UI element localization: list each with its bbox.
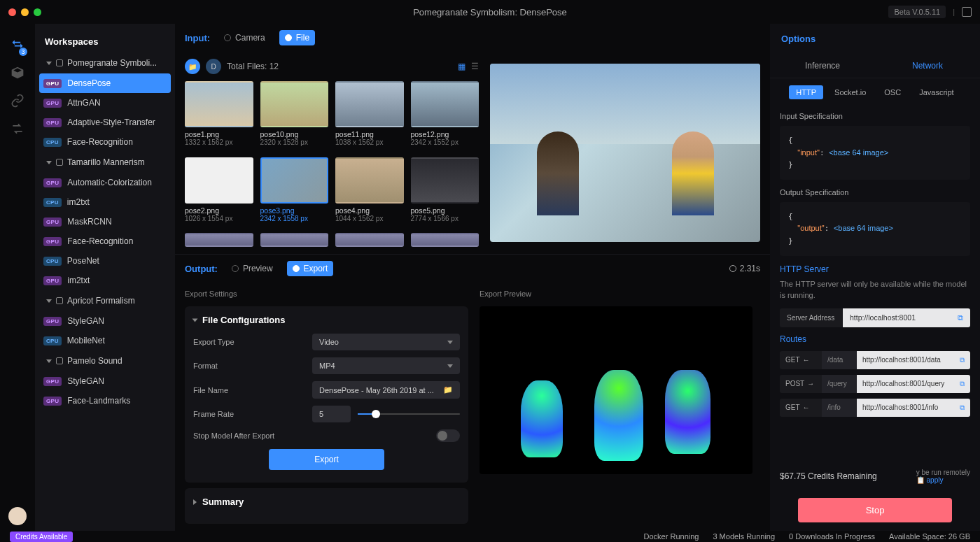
input-camera-option[interactable]: Camera bbox=[218, 30, 271, 45]
file-thumb[interactable]: pose4.png1044 x 1562 px bbox=[335, 157, 404, 227]
close-button[interactable] bbox=[8, 8, 16, 16]
grid-view-icon[interactable]: ▦ bbox=[458, 62, 465, 71]
apply-link[interactable]: 📋 apply bbox=[916, 476, 970, 484]
input-label: Input: bbox=[185, 33, 210, 43]
version-badge: Beta V.0.5.11 bbox=[888, 6, 946, 18]
model-item[interactable]: GPUFace-Recognition bbox=[39, 231, 171, 251]
export-button[interactable]: Export bbox=[269, 449, 384, 470]
routes-title: Routes bbox=[780, 334, 970, 344]
model-item[interactable]: GPUAttnGAN bbox=[39, 93, 171, 113]
preview-image bbox=[490, 64, 760, 242]
maximize-button[interactable] bbox=[34, 8, 41, 16]
sidebar: Workspaces Pomegranate Symboli...GPUDens… bbox=[35, 24, 175, 531]
file-thumb[interactable] bbox=[185, 233, 253, 254]
cube-icon[interactable] bbox=[10, 66, 24, 78]
framerate-slider[interactable] bbox=[358, 413, 460, 415]
status-bar: Credits Available Docker Running3 Models… bbox=[0, 531, 980, 542]
format-select[interactable]: MP4 bbox=[312, 357, 460, 374]
summary-header[interactable]: Summary bbox=[193, 497, 460, 507]
remote-note: y be run remotely bbox=[916, 469, 970, 476]
stop-after-toggle[interactable] bbox=[436, 429, 460, 442]
file-thumb[interactable]: pose5.png2774 x 1566 px bbox=[411, 157, 479, 227]
file-thumb[interactable]: pose11.png1038 x 1562 px bbox=[335, 81, 404, 150]
file-thumb[interactable] bbox=[411, 233, 479, 254]
export-preview-title: Export Preview bbox=[479, 290, 760, 298]
subtab-socket[interactable]: Socket.io bbox=[827, 85, 873, 99]
output-label: Output: bbox=[185, 264, 218, 274]
output-spec-code: { "output": <base 64 image>} bbox=[780, 202, 970, 256]
file-thumb[interactable]: pose2.png1026 x 1554 px bbox=[185, 157, 253, 227]
folder-button[interactable]: 📁 bbox=[185, 59, 200, 74]
export-type-select[interactable]: Video bbox=[312, 334, 460, 350]
model-item[interactable]: GPUStyleGAN bbox=[39, 311, 171, 331]
credits-remaining: $67.75 Credits Remaining bbox=[780, 471, 877, 481]
framerate-input[interactable]: 5 bbox=[312, 406, 351, 422]
model-item[interactable]: CPUMobileNet bbox=[39, 331, 171, 350]
server-address-value[interactable]: http://localhost:8001⧉ bbox=[843, 308, 970, 327]
output-spec-title: Output Specification bbox=[780, 188, 970, 197]
file-thumb[interactable] bbox=[335, 233, 404, 254]
input-file-option[interactable]: File bbox=[279, 30, 315, 45]
model-item[interactable]: GPUStyleGAN bbox=[39, 371, 171, 391]
model-item[interactable]: GPUAdaptive-Style-Transfer bbox=[39, 113, 171, 132]
server-address-label: Server Address bbox=[780, 308, 843, 327]
workspace-header[interactable]: Pamelo Sound bbox=[39, 350, 171, 371]
output-export-option[interactable]: Export bbox=[287, 261, 334, 276]
file-thumb[interactable] bbox=[260, 233, 329, 254]
file-thumb[interactable]: pose1.png1332 x 1562 px bbox=[185, 81, 253, 150]
workspace-header[interactable]: Tamarillo Mannerism bbox=[39, 152, 171, 173]
icon-rail: 3 bbox=[0, 24, 35, 531]
credits-badge[interactable]: Credits Available bbox=[10, 532, 73, 542]
file-config-header[interactable]: File Configurations bbox=[193, 315, 460, 325]
workspace-header[interactable]: Apricot Formalism bbox=[39, 290, 171, 311]
export-settings-title: Export Settings bbox=[185, 290, 468, 298]
model-item[interactable]: GPUim2txt bbox=[39, 271, 171, 290]
model-item[interactable]: CPUPoseNet bbox=[39, 251, 171, 271]
link-icon[interactable] bbox=[10, 94, 24, 106]
options-header: Options bbox=[770, 24, 980, 54]
window-title: Pomegranate Symbolism: DensePose bbox=[413, 7, 567, 17]
file-thumb[interactable]: pose3.png2342 x 1558 px bbox=[260, 157, 329, 227]
model-item[interactable]: GPUAutomatic-Colorization bbox=[39, 173, 171, 192]
model-item[interactable]: GPUFace-Landmarks bbox=[39, 391, 171, 411]
route-row: POST →/queryhttp://localhost:8001/query⧉ bbox=[780, 375, 970, 393]
filename-input[interactable]: DensePose - May 26th 2019 at ...📁 bbox=[312, 381, 460, 399]
file-thumb[interactable]: pose10.png2320 x 1528 px bbox=[260, 81, 329, 150]
workspace-header[interactable]: Pomegranate Symboli... bbox=[39, 52, 171, 73]
copy-icon[interactable]: ⧉ bbox=[960, 404, 965, 412]
minimize-button[interactable] bbox=[21, 8, 29, 16]
file-browser: 📁 D Total Files: 12 ▦ ☰ pose1.png1332 x … bbox=[185, 52, 479, 254]
window-controls bbox=[8, 8, 41, 16]
model-item[interactable]: CPUim2txt bbox=[39, 192, 171, 212]
status-item: 0 Downloads In Progress bbox=[789, 532, 875, 541]
copy-icon[interactable]: ⧉ bbox=[960, 356, 965, 364]
route-row: GET ←/datahttp://localhost:8001/data⧉ bbox=[780, 351, 970, 369]
copy-icon[interactable]: ⧉ bbox=[960, 380, 965, 388]
chat-icon[interactable] bbox=[962, 7, 972, 17]
export-preview-image bbox=[479, 306, 752, 474]
clock-icon bbox=[729, 265, 736, 272]
tab-network[interactable]: Network bbox=[875, 54, 980, 78]
input-bar: Input: Camera File bbox=[175, 24, 770, 52]
user-avatar[interactable] bbox=[8, 507, 27, 525]
flow-icon[interactable] bbox=[10, 122, 24, 134]
folder-icon[interactable]: 📁 bbox=[443, 385, 453, 394]
file-count: Total Files: 12 bbox=[227, 62, 279, 71]
file-thumb[interactable]: pose12.png2342 x 1552 px bbox=[411, 81, 479, 150]
list-view-icon[interactable]: ☰ bbox=[471, 62, 479, 71]
subtab-http[interactable]: HTTP bbox=[789, 85, 823, 99]
status-item: Available Space: 26 GB bbox=[889, 532, 970, 541]
input-spec-title: Input Specification bbox=[780, 112, 970, 120]
output-preview-option[interactable]: Preview bbox=[226, 261, 279, 276]
delete-button[interactable]: D bbox=[206, 59, 221, 74]
stop-button[interactable]: Stop bbox=[798, 498, 952, 522]
swap-icon[interactable]: 3 bbox=[10, 38, 24, 50]
tab-inference[interactable]: Inference bbox=[770, 54, 875, 78]
model-item[interactable]: GPUMaskRCNN bbox=[39, 212, 171, 231]
input-spec-code: { "input": <base 64 image>} bbox=[780, 126, 970, 180]
subtab-osc[interactable]: OSC bbox=[877, 85, 908, 99]
subtab-js[interactable]: Javascript bbox=[912, 85, 961, 99]
model-item[interactable]: CPUFace-Recognition bbox=[39, 132, 171, 152]
model-item[interactable]: GPUDensePose bbox=[39, 73, 171, 93]
copy-icon[interactable]: ⧉ bbox=[958, 313, 963, 322]
